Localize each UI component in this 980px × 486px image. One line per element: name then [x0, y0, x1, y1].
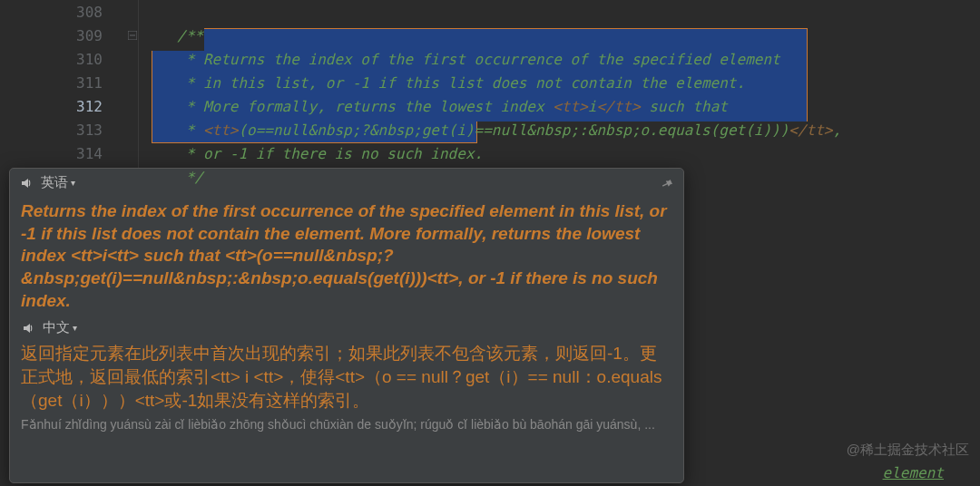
- target-language-dropdown[interactable]: 中文 ▾: [43, 319, 77, 336]
- speaker-icon[interactable]: [21, 321, 35, 335]
- line-number: 314: [0, 145, 132, 162]
- line-number: 311: [0, 74, 132, 92]
- code-line[interactable]: 314 * or -1 if there is no such index.: [0, 141, 980, 165]
- code-line[interactable]: 311 * in this list, or -1 if this list d…: [0, 71, 980, 94]
- code-editor[interactable]: 308 309 /** 310 * Returns the index of t…: [0, 0, 980, 168]
- source-language-dropdown[interactable]: 英语 ▾: [41, 174, 75, 191]
- code-line[interactable]: 309 /**: [0, 24, 980, 47]
- popup-header-target: 中文 ▾: [21, 319, 672, 336]
- watermark: @稀土掘金技术社区: [847, 442, 969, 459]
- line-number: 308: [0, 4, 132, 21]
- code-hint: element: [883, 464, 944, 481]
- line-number: 313: [0, 122, 132, 139]
- speaker-icon[interactable]: [19, 176, 34, 190]
- translation-popup: 英语 ▾ Returns the index of the first occu…: [9, 168, 684, 483]
- translation-pinyin: Fǎnhuí zhǐdìng yuánsù zài cǐ lièbiǎo zhō…: [21, 417, 672, 432]
- pin-icon[interactable]: [660, 176, 674, 190]
- line-number: 309: [0, 27, 132, 44]
- code-line[interactable]: 308: [0, 0, 980, 24]
- code-line[interactable]: 313 * <tt>(o==null&nbsp;?&nbsp;get(i)==n…: [0, 118, 980, 141]
- translation-target-text: 返回指定元素在此列表中首次出现的索引；如果此列表不包含该元素，则返回-1。更正式…: [21, 342, 672, 412]
- code-line[interactable]: 312 * More formally, returns the lowest …: [0, 94, 980, 118]
- code-line[interactable]: 310 * Returns the index of the first occ…: [0, 47, 980, 71]
- line-number: 312: [0, 98, 132, 115]
- translation-source-text: Returns the index of the first occurrenc…: [21, 200, 672, 312]
- chevron-down-icon: ▾: [71, 178, 75, 188]
- chevron-down-icon: ▾: [73, 323, 77, 333]
- popup-header-source: 英语 ▾: [10, 169, 683, 195]
- line-number: 310: [0, 51, 132, 68]
